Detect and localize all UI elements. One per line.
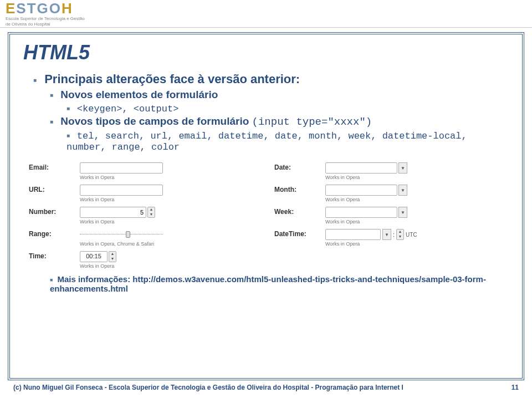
row-month: Month: ▼ Works in Opera	[274, 185, 503, 202]
bullet-level3: <keygen>, <output>	[66, 103, 509, 114]
stepper-down-icon[interactable]: ▼	[397, 234, 403, 239]
label-week: Week:	[274, 207, 320, 216]
bullet-level3: tel, search, url, email, datetime, date,…	[66, 130, 509, 152]
bullet-list: Principais alterações face à versão ante…	[23, 72, 509, 152]
row-range: Range: Works in Opera, Chrome & Safari	[29, 229, 258, 247]
slide-footer: (c) Nuno Miguel Gil Fonseca - Escola Sup…	[0, 380, 532, 391]
page-header: ESTGOH Escola Superior de Tecnologia e G…	[0, 0, 532, 28]
week-dropdown-icon[interactable]: ▼	[398, 207, 407, 218]
logo-sub2: de Oliveira do Hospital	[6, 22, 85, 27]
label-datetime: DateTime:	[274, 229, 320, 238]
range-input[interactable]	[80, 229, 163, 240]
hint-email: Works in Opera	[80, 175, 258, 180]
bullet1-text: Principais alterações face à versão ante…	[44, 72, 300, 86]
stepper-up-icon[interactable]: ▲	[397, 229, 403, 234]
time-input[interactable]: 00:15	[80, 251, 108, 262]
bullet-level1: Principais alterações face à versão ante…	[33, 72, 509, 152]
number-input[interactable]	[80, 207, 146, 218]
url-input[interactable]	[80, 185, 163, 196]
date-dropdown-icon[interactable]: ▼	[398, 162, 407, 174]
datetime-colon: :	[393, 231, 395, 238]
range-thumb[interactable]	[126, 231, 130, 238]
hint-month: Works in Opera	[325, 197, 503, 202]
hint-datetime: Works in Opera	[325, 241, 503, 247]
footer-left: (c) Nuno Miguel Gil Fonseca - Escola Sup…	[13, 384, 403, 391]
hint-time: Works in Opera	[80, 263, 258, 269]
row-url: URL: Works in Opera	[29, 185, 258, 202]
row-datetime: DateTime: ▼ : ▲▼ UTC Works in Opera	[274, 229, 503, 247]
label-month: Month:	[274, 185, 320, 193]
week-input[interactable]	[325, 207, 397, 218]
footer-page-number: 11	[511, 384, 519, 391]
bullet2-text: Novos elementos de formulário	[60, 89, 218, 100]
stepper-down-icon[interactable]: ▼	[148, 212, 155, 217]
logo: ESTGOH Escola Superior de Tecnologia e G…	[6, 1, 85, 27]
hint-week: Works in Opera	[325, 219, 503, 224]
bullet-level2: Novos elementos de formulário <keygen>, …	[50, 89, 509, 114]
email-input[interactable]	[80, 162, 163, 174]
label-number: Number:	[29, 207, 74, 216]
row-date: Date: ▼ Works in Opera	[274, 162, 503, 180]
logo-text: ESTGOH	[6, 1, 85, 16]
bullet3-text: Novos tipos de campos de formulário (inp…	[60, 115, 372, 127]
number-stepper[interactable]: ▲▼	[147, 207, 155, 218]
logo-sub1: Escola Superior de Tecnologia e Gestão	[6, 17, 85, 21]
label-date: Date:	[274, 162, 320, 171]
month-input[interactable]	[325, 185, 397, 196]
utc-label: UTC	[406, 232, 417, 238]
label-time: Time:	[29, 251, 74, 260]
hint-date: Works in Opera	[325, 175, 503, 180]
row-week: Week: ▼ Works in Opera	[274, 207, 503, 224]
row-time: Time: 00:15 ▲▼ Works in Opera	[29, 251, 258, 269]
time-stepper[interactable]: ▲▼	[109, 251, 116, 262]
stepper-up-icon[interactable]: ▲	[148, 207, 155, 212]
slide-frame: HTML5 Principais alterações face à versã…	[8, 32, 524, 380]
row-number: Number: ▲▼ Works in Opera	[29, 207, 258, 224]
datetime-stepper[interactable]: ▲▼	[396, 229, 404, 240]
row-email: Email: Works in Opera	[29, 162, 258, 180]
date-input[interactable]	[325, 162, 397, 174]
bullet3-items: tel, search, url, email, datetime, date,…	[66, 131, 467, 152]
bullet2-items: <keygen>, <output>	[77, 104, 179, 114]
stepper-up-icon[interactable]: ▲	[109, 252, 116, 257]
month-dropdown-icon[interactable]: ▼	[398, 185, 407, 196]
hint-url: Works in Opera	[80, 197, 258, 202]
stepper-down-icon[interactable]: ▼	[109, 257, 116, 262]
label-url: URL:	[29, 185, 74, 193]
hint-number: Works in Opera	[80, 219, 258, 224]
form-demo: Email: Works in Opera Date: ▼ Works in O…	[29, 162, 503, 269]
label-email: Email:	[29, 162, 74, 171]
label-range: Range:	[29, 229, 74, 238]
more-info-item: Mais informações: http://demos.w3avenue.…	[50, 274, 509, 293]
datetime-date-input[interactable]	[325, 229, 381, 240]
slide-title: HTML5	[23, 41, 509, 64]
hint-range: Works in Opera, Chrome & Safari	[80, 241, 258, 247]
more-info: Mais informações: http://demos.w3avenue.…	[23, 274, 509, 293]
bullet-level2: Novos tipos de campos de formulário (inp…	[50, 115, 509, 152]
datetime-dropdown-icon[interactable]: ▼	[382, 229, 391, 240]
